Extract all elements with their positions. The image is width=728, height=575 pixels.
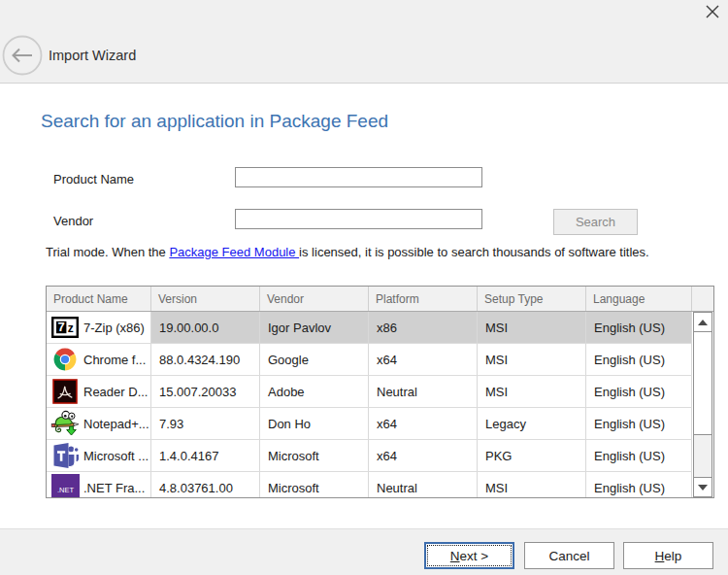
svg-text:z: z xyxy=(68,321,74,335)
7zip-icon: 7 z xyxy=(50,313,80,342)
results-table-header: Product NameVersionVendorPlatformSetup T… xyxy=(47,287,713,312)
cell-language: English (US) xyxy=(586,312,692,344)
vertical-scrollbar[interactable] xyxy=(693,312,712,497)
help-button[interactable]: Help xyxy=(623,542,713,569)
wizard-title: Import Wizard xyxy=(49,48,136,63)
notepad-plus-plus-icon xyxy=(50,409,80,438)
cell-vendor: Microsoft xyxy=(260,440,369,472)
column-header-filler xyxy=(692,287,713,311)
cell-vendor: Adobe xyxy=(260,376,369,408)
cell-language: English (US) xyxy=(586,344,692,376)
cell-setup-type: Legacy xyxy=(478,408,586,440)
arrow-left-icon xyxy=(2,35,43,76)
column-header-product-name[interactable]: Product Name xyxy=(47,287,151,311)
product-name-label: Product Name xyxy=(53,172,134,186)
trial-notice-suffix: is licensed, it is possible to search th… xyxy=(299,245,649,259)
cell-product-name: Reader D... xyxy=(47,376,151,408)
cell-vendor: Google xyxy=(260,344,369,376)
vendor-input[interactable] xyxy=(235,209,482,229)
cell-product-name: Microsoft ... xyxy=(47,440,151,472)
scroll-up-button[interactable] xyxy=(694,313,711,332)
cell-platform: Neutral xyxy=(369,376,478,408)
table-row[interactable]: .NET .NET Fra... 4.8.03761.00 Microsoft … xyxy=(47,472,692,498)
results-table-body: 7 z 7-Zip (x86) 19.00.00.0 Igor Pavlov x… xyxy=(47,312,692,498)
scroll-down-button[interactable] xyxy=(694,477,711,496)
cell-platform: x64 xyxy=(369,344,478,376)
cell-setup-type: MSI xyxy=(478,312,586,344)
back-button[interactable] xyxy=(2,35,43,76)
table-row[interactable]: Notepad+... 7.93 Don Ho x64 Legacy Engli… xyxy=(47,408,692,440)
trial-notice-prefix: Trial mode. When the xyxy=(46,245,169,259)
column-header-vendor[interactable]: Vendor xyxy=(260,287,369,311)
column-header-version[interactable]: Version xyxy=(151,287,260,311)
cell-platform: x64 xyxy=(369,440,478,472)
wizard-header: Import Wizard xyxy=(0,0,728,84)
cell-product-name: Chrome f... xyxy=(47,344,151,376)
close-button[interactable] xyxy=(703,2,722,21)
table-row[interactable]: Chrome f... 88.0.4324.190 Google x64 MSI… xyxy=(47,344,692,376)
table-row[interactable]: Reader D... 15.007.20033 Adobe Neutral M… xyxy=(47,376,692,408)
trial-notice: Trial mode. When the Package Feed Module… xyxy=(46,245,649,259)
cell-language: English (US) xyxy=(586,408,692,440)
cell-platform: x64 xyxy=(369,408,478,440)
cell-version: 88.0.4324.190 xyxy=(151,344,260,376)
package-feed-module-link[interactable]: Package Feed Module xyxy=(169,245,299,259)
column-header-platform[interactable]: Platform xyxy=(369,287,478,311)
cell-vendor: Igor Pavlov xyxy=(260,312,369,344)
wizard-footer: Next > Cancel Help xyxy=(0,528,728,575)
page-title: Search for an application in Package Fee… xyxy=(41,111,388,132)
cell-version: 1.4.0.4167 xyxy=(151,440,260,472)
results-table: Product NameVersionVendorPlatformSetup T… xyxy=(46,286,714,498)
cell-setup-type: PKG xyxy=(478,440,586,472)
cell-version: 19.00.00.0 xyxy=(151,312,260,344)
cell-platform: x86 xyxy=(369,312,478,344)
chrome-icon xyxy=(50,345,80,374)
cell-setup-type: MSI xyxy=(478,344,586,376)
search-button[interactable]: Search xyxy=(553,209,638,235)
cell-language: English (US) xyxy=(586,472,692,498)
vendor-label: Vendor xyxy=(53,214,93,228)
adobe-reader-icon xyxy=(50,377,80,406)
next-button[interactable]: Next > xyxy=(424,542,514,569)
table-row[interactable]: 7 z 7-Zip (x86) 19.00.00.0 Igor Pavlov x… xyxy=(47,312,692,344)
cell-version: 7.93 xyxy=(151,408,260,440)
cell-language: English (US) xyxy=(586,440,692,472)
column-header-language[interactable]: Language xyxy=(586,287,692,311)
microsoft-teams-icon xyxy=(50,441,80,470)
product-name-input[interactable] xyxy=(235,167,482,187)
dotnet-icon: .NET xyxy=(50,473,80,498)
scrollbar-thumb[interactable] xyxy=(694,332,711,435)
cell-product-name: 7 z 7-Zip (x86) xyxy=(47,312,151,344)
scroll-up-icon xyxy=(698,320,708,325)
cell-product-name: Notepad+... xyxy=(47,408,151,440)
cell-setup-type: MSI xyxy=(478,376,586,408)
cell-version: 15.007.20033 xyxy=(151,376,260,408)
svg-text:7: 7 xyxy=(58,320,65,334)
cell-setup-type: MSI xyxy=(478,472,586,498)
column-header-setup-type[interactable]: Setup Type xyxy=(478,287,586,311)
cell-platform: Neutral xyxy=(369,472,478,498)
cancel-button[interactable]: Cancel xyxy=(524,542,614,569)
cell-product-name: .NET .NET Fra... xyxy=(47,472,151,498)
table-row[interactable]: Microsoft ... 1.4.0.4167 Microsoft x64 P… xyxy=(47,440,692,472)
cell-version: 4.8.03761.00 xyxy=(151,472,260,498)
cell-vendor: Microsoft xyxy=(260,472,369,498)
close-icon xyxy=(706,5,719,18)
svg-text:.NET: .NET xyxy=(56,485,74,493)
cell-vendor: Don Ho xyxy=(260,408,369,440)
scroll-down-icon xyxy=(698,485,708,490)
cell-language: English (US) xyxy=(586,376,692,408)
